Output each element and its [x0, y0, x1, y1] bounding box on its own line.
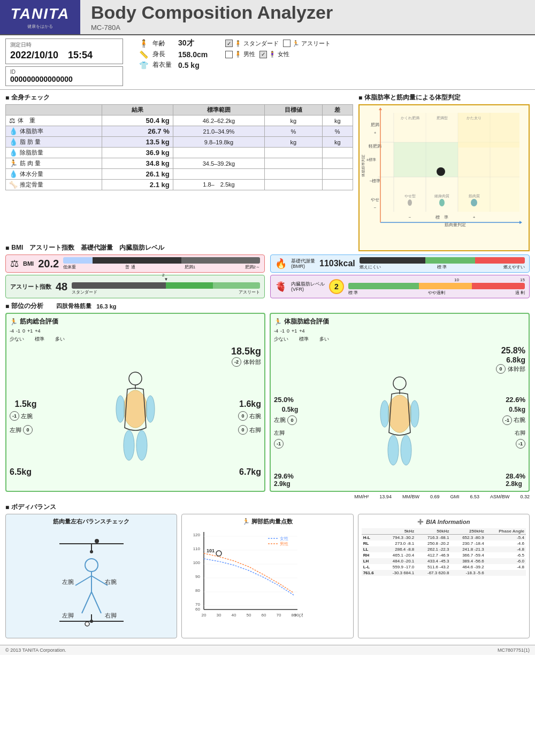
female-label: 女性	[278, 50, 289, 58]
bia-rh-50: 412.7 -46.9	[416, 552, 450, 558]
mm-bw-value: 0.69	[430, 494, 440, 499]
svg-text:体脂肪率判定: 体脂肪率判定	[362, 155, 365, 177]
balance-three-col: 筋肉量左右バランスチェック	[5, 514, 530, 638]
asm-bw-value: 0.32	[520, 494, 530, 499]
fat-title: 🏃 体脂肪総合評価	[274, 317, 525, 326]
balance-body-area: 左腕 右腕 左脚 右脚	[9, 528, 173, 635]
clothing-value: 0.5 kg	[178, 61, 221, 70]
right-arm-muscle-label-row: 0 右腕	[238, 411, 261, 421]
ffm-target	[265, 148, 322, 158]
title-area: Body Composition Analyzer MC-780A	[80, 0, 535, 34]
bia-last-50: -67.3 620.8	[416, 570, 450, 576]
bia-title-row: ✚ BIA Information	[362, 518, 526, 526]
bia-row-last: 761.6 -30.3 684.1 -67.3 620.8 -18.3 -5.6	[362, 570, 526, 576]
asm-bw-label: ASM/BW	[490, 494, 510, 499]
bia-label-rl: RL	[362, 541, 381, 546]
svg-point-37	[129, 372, 142, 385]
body-check-table: 結果 標準範囲 目標値 差 ⚖体 重 50.4 kg 46.2–62.2kg k…	[5, 104, 353, 190]
right-arm-fat-label-row: -1 右腕	[502, 415, 525, 425]
svg-text:軽肥満: 軽肥満	[369, 144, 381, 149]
fat-diagram-row: 25.0% 0.5kg 左腕 0 左脚 -1	[274, 374, 525, 470]
body-type-box: 肥満 + 軽肥満 ±標準 −標準 やせ − − 標 準 + かくれ肥満 肥満型 …	[358, 104, 530, 251]
gmi-label: GMI	[450, 494, 459, 499]
bmi-label-obese1: 肥満1	[185, 264, 195, 270]
bmi-box: ⚖ BMI 20.2 低体重 普 通 肥満1 肥満2～	[5, 254, 265, 273]
bia-rl-pa: -4.6	[486, 541, 526, 546]
body-weight-target: kg	[265, 115, 322, 126]
athlete-checkbox	[283, 40, 291, 47]
athlete-icon: 🏃	[292, 40, 300, 47]
fat-mass-label: 💧脂 肪 量	[6, 137, 102, 148]
muscle-target	[265, 158, 322, 169]
right-arm-muscle-badge: 0	[238, 411, 248, 421]
svg-point-44	[393, 377, 406, 390]
svg-point-49	[388, 435, 399, 465]
col-header-name	[6, 105, 102, 115]
bmi-athlete-row: ⚖ BMI 20.2 低体重 普 通 肥満1 肥満2～	[5, 254, 530, 273]
body-weight-diff: kg	[322, 115, 353, 126]
right-arm-muscle-col: 1.6kg 0 右腕 0 右脚	[229, 399, 261, 435]
bia-row-rl: RL 273.0 -8.1 250.8 -20.2 230.7 -18.4 -4…	[362, 541, 526, 546]
bia-rl-5: 273.0 -8.1	[381, 541, 416, 546]
header: TANITA 健康をはかる Body Composition Analyzer …	[0, 0, 535, 35]
left-arm-muscle-label-row: -1 左腕	[10, 411, 42, 421]
svg-line-57	[75, 576, 91, 585]
standard-label: スタンダード	[243, 40, 279, 48]
logo-sub: 健康をはかる	[27, 24, 53, 29]
vfr-circle: 2	[329, 279, 344, 294]
id-block: ID 000000000000000	[5, 66, 123, 86]
logo-tanita: TANITA	[11, 5, 70, 22]
right-arm-fat-pct: 22.6%	[506, 396, 525, 404]
height-label: 身長	[152, 50, 174, 59]
id-label: ID	[10, 69, 118, 75]
vfr-marker-labels: 10 15	[348, 277, 525, 282]
datetime-block: 測定日時 2022/10/10 15:54	[5, 38, 123, 64]
app-title: Body Composition Analyzer	[91, 3, 524, 22]
graph-title: 🏃 脚部筋肉量点数	[185, 518, 349, 526]
right-arm-muscle-label: 右腕	[249, 412, 261, 420]
bia-rl-50: 250.8 -20.2	[416, 541, 450, 546]
svg-text:左脚: 左脚	[62, 612, 74, 619]
left-arm-muscle-col: 1.5kg -1 左腕 左脚 0	[10, 399, 42, 435]
muscle-title: 🏃 筋肉総合評価	[10, 317, 261, 326]
bmi-label-normal: 普 通	[125, 264, 135, 270]
footer-model-code: MC7807751(1)	[498, 647, 530, 653]
water-range	[173, 169, 265, 180]
bia-row-ll2: L-L 559.9 -17.0 511.6 -43.2 464.6 -39.2 …	[362, 564, 526, 570]
female-checkbox: ✓	[259, 51, 267, 58]
svg-text:70: 70	[277, 613, 281, 618]
svg-text:50: 50	[247, 613, 251, 618]
bmr-bar	[360, 257, 525, 264]
athlete-bar-seg	[213, 282, 260, 289]
fat-many: 多い	[319, 336, 329, 343]
athlete-bar-container: 2 ▼ スタンダード アスリート	[72, 278, 260, 295]
mm-bw-label: MM/BW	[402, 494, 419, 499]
scale-plus4: +4	[35, 328, 40, 334]
athlete-label: アスリート指数	[10, 283, 51, 291]
right-leg-fat-label: 右脚	[515, 429, 525, 437]
body-fat-pct-label: 💧体脂肪率	[6, 126, 102, 137]
extra-metrics-row: MM/H² 13.94 MM/BW 0.69 GMI 6.53 ASM/BW 0…	[5, 494, 530, 499]
scale-plus1: +1	[27, 328, 33, 334]
bia-table: 5kHz 50kHz 250kHz Phase Angle H-L 794.3 …	[362, 528, 526, 576]
muscle-diff	[322, 158, 353, 169]
bmi-icon: ⚖	[10, 258, 19, 269]
bia-label-hl: H-L	[362, 535, 381, 541]
bia-ll2-5: 559.9 -17.0	[381, 564, 416, 570]
gmm-value: 13.94	[379, 494, 392, 499]
svg-point-40	[116, 396, 125, 422]
trunk-fat-label: 体幹部	[508, 365, 525, 373]
body-weight-result: 50.4 kg	[102, 115, 173, 126]
left-arm-muscle-badge: -1	[10, 411, 19, 421]
left-leg-fat-val: 2.9kg	[274, 480, 294, 488]
right-leg-fat-val: 2.8kg	[506, 480, 525, 488]
right-arm-fat-badge: -1	[502, 415, 512, 425]
body-check-title: 全身チェック	[5, 93, 353, 102]
bmr-bar-seg	[475, 257, 525, 264]
left-leg-muscle-label: 左脚	[10, 426, 21, 434]
body-fat-pct-diff: %	[322, 126, 353, 137]
svg-marker-32	[379, 107, 382, 110]
bmi-bar-seg	[93, 257, 142, 264]
vfr-bar-container: 10 15 標 準 やや過剰 過 剰	[348, 277, 525, 296]
svg-point-41	[146, 396, 155, 422]
